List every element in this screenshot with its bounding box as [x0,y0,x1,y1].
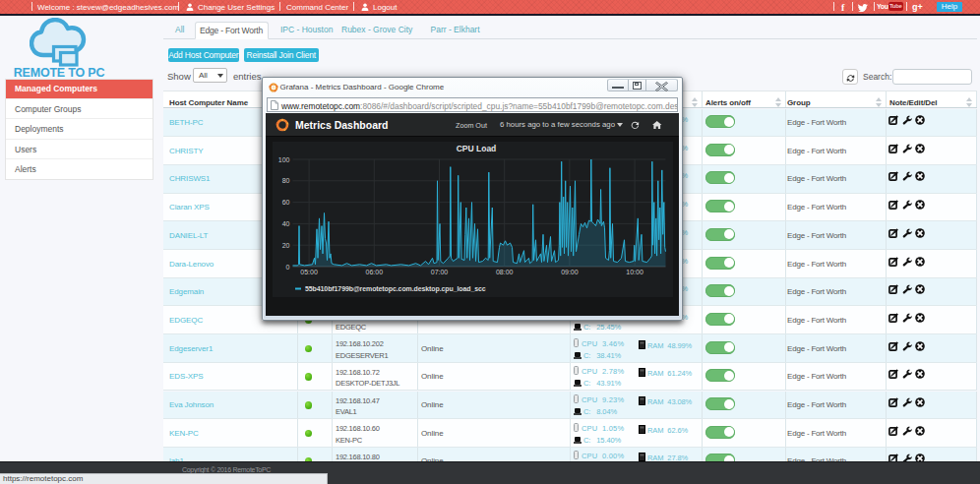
svg-text:0: 0 [286,263,290,270]
svg-text:10:00: 10:00 [626,269,643,275]
svg-text:20: 20 [282,241,290,248]
svg-text:05:00: 05:00 [300,269,318,275]
svg-text:08:00: 08:00 [496,269,514,275]
svg-text:80: 80 [282,177,290,184]
svg-text:09:00: 09:00 [561,269,579,275]
svg-text:60: 60 [282,199,290,206]
svg-text:06:00: 06:00 [366,269,384,275]
svg-text:CPU Load: CPU Load [457,143,497,152]
svg-text:40: 40 [282,219,290,226]
svg-text:100: 100 [278,155,290,162]
svg-text:07:00: 07:00 [431,269,449,275]
svg-text:55b410bf1799b@remotetopc.com.d: 55b410bf1799b@remotetopc.com.desktop.cpu… [305,285,486,293]
